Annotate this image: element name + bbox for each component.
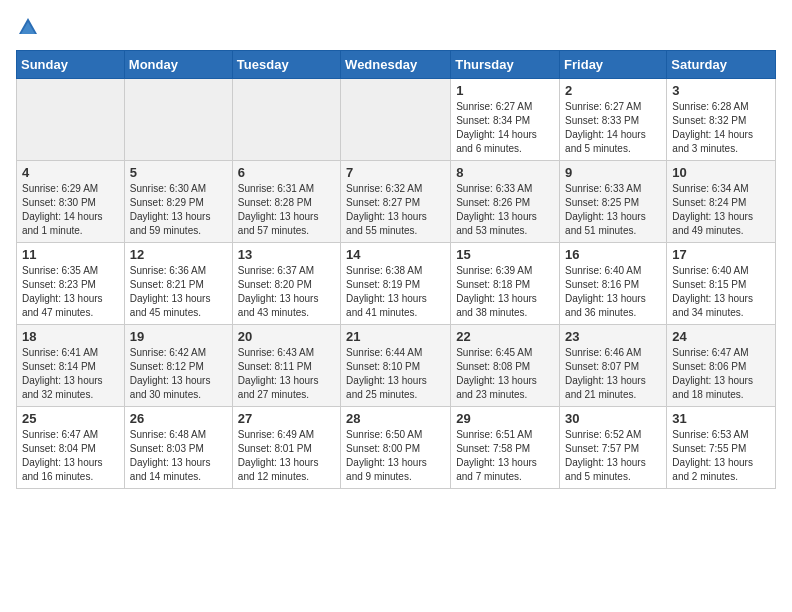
calendar-cell: 14Sunrise: 6:38 AM Sunset: 8:19 PM Dayli… — [341, 243, 451, 325]
calendar-cell: 16Sunrise: 6:40 AM Sunset: 8:16 PM Dayli… — [560, 243, 667, 325]
calendar-cell: 23Sunrise: 6:46 AM Sunset: 8:07 PM Dayli… — [560, 325, 667, 407]
calendar-week-row: 25Sunrise: 6:47 AM Sunset: 8:04 PM Dayli… — [17, 407, 776, 489]
calendar-week-row: 4Sunrise: 6:29 AM Sunset: 8:30 PM Daylig… — [17, 161, 776, 243]
calendar-cell: 13Sunrise: 6:37 AM Sunset: 8:20 PM Dayli… — [232, 243, 340, 325]
day-info: Sunrise: 6:47 AM Sunset: 8:06 PM Dayligh… — [672, 346, 770, 402]
day-info: Sunrise: 6:48 AM Sunset: 8:03 PM Dayligh… — [130, 428, 227, 484]
calendar-cell: 8Sunrise: 6:33 AM Sunset: 8:26 PM Daylig… — [451, 161, 560, 243]
calendar-cell: 3Sunrise: 6:28 AM Sunset: 8:32 PM Daylig… — [667, 79, 776, 161]
day-number: 30 — [565, 411, 661, 426]
day-number: 26 — [130, 411, 227, 426]
calendar-cell: 17Sunrise: 6:40 AM Sunset: 8:15 PM Dayli… — [667, 243, 776, 325]
day-number: 6 — [238, 165, 335, 180]
calendar-cell: 1Sunrise: 6:27 AM Sunset: 8:34 PM Daylig… — [451, 79, 560, 161]
calendar-cell: 19Sunrise: 6:42 AM Sunset: 8:12 PM Dayli… — [124, 325, 232, 407]
logo — [16, 16, 40, 38]
calendar-cell: 29Sunrise: 6:51 AM Sunset: 7:58 PM Dayli… — [451, 407, 560, 489]
day-info: Sunrise: 6:27 AM Sunset: 8:34 PM Dayligh… — [456, 100, 554, 156]
day-info: Sunrise: 6:44 AM Sunset: 8:10 PM Dayligh… — [346, 346, 445, 402]
day-header-thursday: Thursday — [451, 51, 560, 79]
day-number: 9 — [565, 165, 661, 180]
day-info: Sunrise: 6:47 AM Sunset: 8:04 PM Dayligh… — [22, 428, 119, 484]
day-number: 29 — [456, 411, 554, 426]
calendar-cell: 2Sunrise: 6:27 AM Sunset: 8:33 PM Daylig… — [560, 79, 667, 161]
logo-icon — [17, 16, 39, 38]
day-info: Sunrise: 6:52 AM Sunset: 7:57 PM Dayligh… — [565, 428, 661, 484]
day-info: Sunrise: 6:34 AM Sunset: 8:24 PM Dayligh… — [672, 182, 770, 238]
calendar-cell — [232, 79, 340, 161]
day-number: 5 — [130, 165, 227, 180]
day-number: 12 — [130, 247, 227, 262]
day-number: 7 — [346, 165, 445, 180]
calendar-table: SundayMondayTuesdayWednesdayThursdayFrid… — [16, 50, 776, 489]
day-info: Sunrise: 6:40 AM Sunset: 8:16 PM Dayligh… — [565, 264, 661, 320]
calendar-cell: 5Sunrise: 6:30 AM Sunset: 8:29 PM Daylig… — [124, 161, 232, 243]
calendar-cell — [341, 79, 451, 161]
day-number: 10 — [672, 165, 770, 180]
day-number: 17 — [672, 247, 770, 262]
day-number: 27 — [238, 411, 335, 426]
day-number: 4 — [22, 165, 119, 180]
calendar-cell: 4Sunrise: 6:29 AM Sunset: 8:30 PM Daylig… — [17, 161, 125, 243]
day-number: 28 — [346, 411, 445, 426]
day-info: Sunrise: 6:39 AM Sunset: 8:18 PM Dayligh… — [456, 264, 554, 320]
calendar-cell: 11Sunrise: 6:35 AM Sunset: 8:23 PM Dayli… — [17, 243, 125, 325]
day-number: 15 — [456, 247, 554, 262]
day-header-tuesday: Tuesday — [232, 51, 340, 79]
day-number: 20 — [238, 329, 335, 344]
calendar-week-row: 18Sunrise: 6:41 AM Sunset: 8:14 PM Dayli… — [17, 325, 776, 407]
day-header-friday: Friday — [560, 51, 667, 79]
calendar-cell — [124, 79, 232, 161]
day-info: Sunrise: 6:43 AM Sunset: 8:11 PM Dayligh… — [238, 346, 335, 402]
day-number: 25 — [22, 411, 119, 426]
calendar-cell: 31Sunrise: 6:53 AM Sunset: 7:55 PM Dayli… — [667, 407, 776, 489]
day-info: Sunrise: 6:33 AM Sunset: 8:25 PM Dayligh… — [565, 182, 661, 238]
day-number: 14 — [346, 247, 445, 262]
calendar-cell — [17, 79, 125, 161]
day-number: 16 — [565, 247, 661, 262]
day-info: Sunrise: 6:32 AM Sunset: 8:27 PM Dayligh… — [346, 182, 445, 238]
calendar-cell: 10Sunrise: 6:34 AM Sunset: 8:24 PM Dayli… — [667, 161, 776, 243]
calendar-cell: 24Sunrise: 6:47 AM Sunset: 8:06 PM Dayli… — [667, 325, 776, 407]
calendar-cell: 6Sunrise: 6:31 AM Sunset: 8:28 PM Daylig… — [232, 161, 340, 243]
calendar-cell: 30Sunrise: 6:52 AM Sunset: 7:57 PM Dayli… — [560, 407, 667, 489]
day-number: 3 — [672, 83, 770, 98]
day-number: 13 — [238, 247, 335, 262]
calendar-cell: 22Sunrise: 6:45 AM Sunset: 8:08 PM Dayli… — [451, 325, 560, 407]
calendar-cell: 28Sunrise: 6:50 AM Sunset: 8:00 PM Dayli… — [341, 407, 451, 489]
day-info: Sunrise: 6:45 AM Sunset: 8:08 PM Dayligh… — [456, 346, 554, 402]
day-info: Sunrise: 6:31 AM Sunset: 8:28 PM Dayligh… — [238, 182, 335, 238]
day-number: 21 — [346, 329, 445, 344]
calendar-cell: 27Sunrise: 6:49 AM Sunset: 8:01 PM Dayli… — [232, 407, 340, 489]
day-info: Sunrise: 6:36 AM Sunset: 8:21 PM Dayligh… — [130, 264, 227, 320]
day-info: Sunrise: 6:46 AM Sunset: 8:07 PM Dayligh… — [565, 346, 661, 402]
calendar-week-row: 11Sunrise: 6:35 AM Sunset: 8:23 PM Dayli… — [17, 243, 776, 325]
calendar-cell: 15Sunrise: 6:39 AM Sunset: 8:18 PM Dayli… — [451, 243, 560, 325]
calendar-cell: 7Sunrise: 6:32 AM Sunset: 8:27 PM Daylig… — [341, 161, 451, 243]
day-number: 8 — [456, 165, 554, 180]
calendar-cell: 9Sunrise: 6:33 AM Sunset: 8:25 PM Daylig… — [560, 161, 667, 243]
day-info: Sunrise: 6:27 AM Sunset: 8:33 PM Dayligh… — [565, 100, 661, 156]
day-info: Sunrise: 6:29 AM Sunset: 8:30 PM Dayligh… — [22, 182, 119, 238]
calendar-cell: 18Sunrise: 6:41 AM Sunset: 8:14 PM Dayli… — [17, 325, 125, 407]
calendar-cell: 12Sunrise: 6:36 AM Sunset: 8:21 PM Dayli… — [124, 243, 232, 325]
page-header — [16, 16, 776, 38]
day-info: Sunrise: 6:28 AM Sunset: 8:32 PM Dayligh… — [672, 100, 770, 156]
day-info: Sunrise: 6:51 AM Sunset: 7:58 PM Dayligh… — [456, 428, 554, 484]
day-info: Sunrise: 6:40 AM Sunset: 8:15 PM Dayligh… — [672, 264, 770, 320]
calendar-body: 1Sunrise: 6:27 AM Sunset: 8:34 PM Daylig… — [17, 79, 776, 489]
day-number: 1 — [456, 83, 554, 98]
day-number: 2 — [565, 83, 661, 98]
day-number: 23 — [565, 329, 661, 344]
day-info: Sunrise: 6:35 AM Sunset: 8:23 PM Dayligh… — [22, 264, 119, 320]
day-info: Sunrise: 6:41 AM Sunset: 8:14 PM Dayligh… — [22, 346, 119, 402]
day-number: 31 — [672, 411, 770, 426]
calendar-cell: 25Sunrise: 6:47 AM Sunset: 8:04 PM Dayli… — [17, 407, 125, 489]
calendar-cell: 26Sunrise: 6:48 AM Sunset: 8:03 PM Dayli… — [124, 407, 232, 489]
day-header-sunday: Sunday — [17, 51, 125, 79]
day-info: Sunrise: 6:42 AM Sunset: 8:12 PM Dayligh… — [130, 346, 227, 402]
day-header-saturday: Saturday — [667, 51, 776, 79]
day-info: Sunrise: 6:50 AM Sunset: 8:00 PM Dayligh… — [346, 428, 445, 484]
calendar-header-row: SundayMondayTuesdayWednesdayThursdayFrid… — [17, 51, 776, 79]
calendar-cell: 21Sunrise: 6:44 AM Sunset: 8:10 PM Dayli… — [341, 325, 451, 407]
